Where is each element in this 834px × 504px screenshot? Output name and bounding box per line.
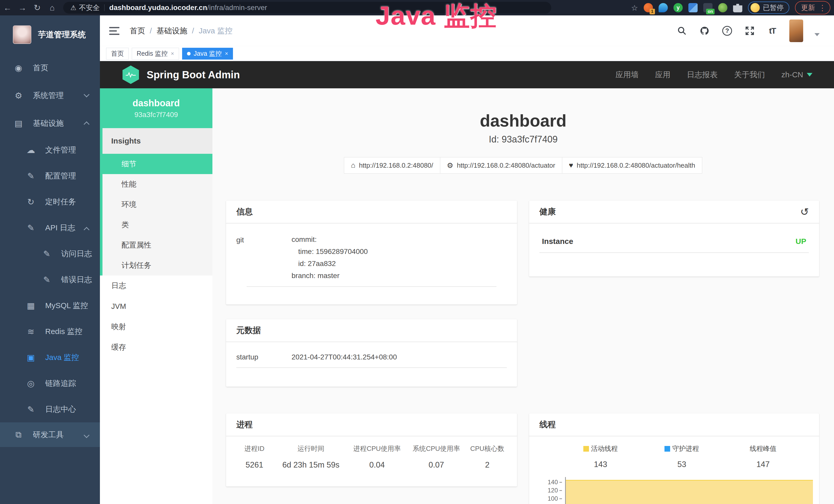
tag-java-monitor[interactable]: Java 监控 ×: [182, 48, 233, 60]
breadcrumb-home[interactable]: 首页: [130, 26, 145, 36]
extension-colorzilla-icon[interactable]: 1: [644, 3, 653, 12]
hamburger-icon[interactable]: [109, 27, 119, 35]
cell-value: 2: [465, 460, 509, 469]
y-tick: 120: [548, 487, 562, 494]
sba-item-metrics[interactable]: 性能: [103, 174, 213, 194]
sba-language-select[interactable]: zh-CN: [781, 70, 812, 79]
cloud-upload-icon: ☁: [25, 145, 37, 155]
browser-toolbar: ← → ↻ ⌂ ⚠ 不安全 dashboard.yudao.iocoder.cn…: [0, 0, 834, 16]
browser-forward-icon[interactable]: →: [15, 3, 30, 13]
extension-grid-icon[interactable]: [688, 3, 698, 12]
sba-nav-wallboard[interactable]: 应用墙: [615, 70, 639, 80]
extension-onetab-icon[interactable]: on: [703, 3, 712, 12]
process-table: 进程ID 5261 运行时间 6d 23h 15m 59s 进程CPU使用率 0…: [226, 436, 517, 469]
sidebar-item-scheduled-tasks[interactable]: ↻ 定时任务: [0, 189, 100, 215]
sba-item-logs[interactable]: 日志: [100, 275, 213, 296]
metadata-card: 元数据 startup 2021-04-27T00:44:31.254+08:0…: [226, 319, 517, 387]
sba-brand-title[interactable]: Spring Boot Admin: [147, 69, 240, 81]
browser-update-button[interactable]: 更新 ⋮: [795, 1, 830, 15]
sba-nav-journal[interactable]: 日志报表: [687, 70, 718, 80]
chevron-down-icon: [84, 432, 90, 438]
close-icon[interactable]: ×: [225, 50, 228, 57]
insights-section-label[interactable]: Insights: [103, 128, 213, 154]
sidebar-item-error-log[interactable]: ✎ 错误日志: [0, 267, 100, 293]
cell-value: 6d 23h 15m 59s: [275, 460, 347, 469]
endpoint-home-button[interactable]: ⌂ http://192.168.0.2:48080/: [344, 157, 440, 174]
sba-nav-about[interactable]: 关于我们: [734, 70, 765, 80]
browser-back-icon[interactable]: ←: [0, 3, 15, 13]
sidebar-item-access-log[interactable]: ✎ 访问日志: [0, 241, 100, 267]
url-host: dashboard.yudao.iocoder.cn: [109, 4, 207, 12]
sba-item-environment[interactable]: 环境: [103, 194, 213, 215]
sba-item-caches[interactable]: 缓存: [100, 337, 213, 358]
browser-home-icon[interactable]: ⌂: [45, 3, 60, 13]
bookmark-star-icon[interactable]: ☆: [631, 3, 638, 12]
close-icon[interactable]: ×: [171, 50, 174, 57]
sidebar-item-trace[interactable]: ◎ 链路追踪: [0, 370, 100, 396]
sba-item-config-props[interactable]: 配置属性: [103, 235, 213, 255]
divider: [247, 286, 497, 287]
log-icon: ✎: [41, 275, 52, 285]
security-label: 不安全: [79, 3, 100, 12]
extension-pin-icon[interactable]: [659, 3, 668, 12]
profile-paused-chip[interactable]: 已暂停: [748, 2, 789, 14]
sidebar-item-mysql-monitor[interactable]: ▦ MySQL 监控: [0, 293, 100, 319]
extension-badge: 1: [650, 9, 655, 15]
page-instance-id: Id: 93a3fc7f7409: [213, 134, 834, 145]
live-threads-area: [566, 480, 813, 504]
log-icon: ✎: [25, 223, 37, 233]
sidebar-item-file-manage[interactable]: ☁ 文件管理: [0, 137, 100, 163]
sidebar-item-api-log[interactable]: ✎ API 日志: [0, 215, 100, 241]
process-col-cpus: CPU核心数 2: [465, 444, 509, 469]
address-bar[interactable]: ⚠ 不安全 dashboard.yudao.iocoder.cn /infra/…: [63, 2, 551, 14]
sidebar-item-dev-tools[interactable]: ⧉ 研发工具: [0, 422, 100, 447]
endpoint-health-button[interactable]: ♥ http://192.168.0.2:48080/actuator/heal…: [562, 157, 702, 174]
page-title: dashboard: [213, 111, 834, 131]
sba-item-details[interactable]: 细节: [103, 154, 213, 174]
sidebar-item-infrastructure[interactable]: ▤ 基础设施: [0, 109, 100, 137]
profile-chip-label: 已暂停: [763, 3, 784, 12]
history-icon[interactable]: ↺: [800, 206, 809, 218]
threads-card: 线程 活动线程 143: [529, 413, 819, 504]
sba-item-classes[interactable]: 类: [103, 215, 213, 235]
sidebar-item-home[interactable]: ◉ 首页: [0, 54, 100, 82]
sba-item-scheduled[interactable]: 计划任务: [103, 255, 213, 275]
sidebar-item-java-monitor[interactable]: ▣ Java 监控: [0, 345, 100, 370]
sidebar-item-config-manage[interactable]: ✎ 配置管理: [0, 163, 100, 189]
search-icon[interactable]: [676, 25, 687, 37]
legend-swatch-blue: [664, 446, 670, 452]
sidebar-item-label: 访问日志: [61, 249, 92, 259]
health-card-title: 健康: [540, 206, 556, 217]
breadcrumb-infrastructure[interactable]: 基础设施: [156, 26, 187, 36]
extension-puzzle-icon[interactable]: [733, 3, 742, 12]
avatar-caret-icon[interactable]: [814, 33, 820, 36]
sidebar-item-label: 错误日志: [61, 274, 92, 285]
chart-plot-area: [565, 477, 813, 504]
browser-reload-icon[interactable]: ↻: [30, 3, 45, 13]
fullscreen-icon[interactable]: [744, 25, 755, 37]
sba-item-mappings[interactable]: 映射: [100, 317, 213, 337]
y-tick: 140: [548, 479, 562, 486]
extension-y-icon[interactable]: y: [674, 3, 683, 12]
user-avatar[interactable]: [789, 20, 803, 42]
extension-leaf-icon[interactable]: [718, 3, 727, 12]
legend-value: 147: [756, 460, 770, 469]
sidebar-item-system[interactable]: ⚙ 系统管理: [0, 82, 100, 109]
sidebar-item-label: Redis 监控: [45, 326, 83, 337]
sidebar-item-redis-monitor[interactable]: ≋ Redis 监控: [0, 319, 100, 345]
sba-item-jvm[interactable]: JVM: [100, 296, 213, 317]
legend-label: 活动线程: [591, 444, 618, 453]
instance-header[interactable]: dashboard 93a3fc7f7409: [100, 88, 213, 128]
sidebar-item-log-center[interactable]: ✎ 日志中心: [0, 396, 100, 422]
column-header: CPU核心数: [465, 444, 509, 453]
tag-redis-monitor[interactable]: Redis 监控 ×: [132, 48, 179, 60]
metadata-startup-row: startup 2021-04-27T00:44:31.254+08:00: [226, 342, 517, 361]
sba-nav-applications[interactable]: 应用: [655, 70, 671, 80]
help-icon[interactable]: ?: [722, 25, 733, 37]
browser-menu-icon[interactable]: ⋮: [818, 3, 826, 12]
github-icon[interactable]: [699, 25, 710, 37]
app-title: 芋道管理系统: [38, 29, 86, 40]
endpoint-actuator-button[interactable]: ⚙ http://192.168.0.2:48080/actuator: [440, 157, 562, 174]
tag-home[interactable]: 首页: [106, 48, 129, 60]
font-size-icon[interactable]: tT: [767, 25, 778, 37]
